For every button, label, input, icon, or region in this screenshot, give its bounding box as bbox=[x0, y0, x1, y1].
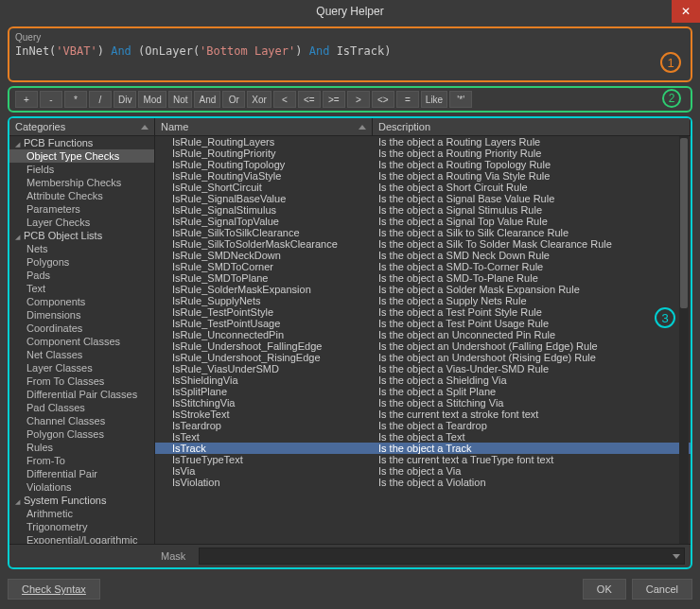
function-row[interactable]: IsRule_TestPointUsageIs the object a Tes… bbox=[155, 318, 691, 329]
function-row[interactable]: IsViaIs the object a Via bbox=[155, 465, 691, 477]
category-item[interactable]: Membership Checks bbox=[9, 176, 154, 189]
cancel-button[interactable]: Cancel bbox=[632, 579, 692, 600]
function-row[interactable]: IsTeardropIs the object a Teardrop bbox=[155, 420, 691, 431]
scrollbar[interactable] bbox=[679, 136, 689, 544]
operator-button-x[interactable]: - bbox=[40, 91, 62, 108]
operator-button-x[interactable]: = bbox=[396, 91, 419, 108]
operator-button-xx[interactable]: <> bbox=[372, 91, 394, 108]
category-item[interactable]: Components bbox=[9, 295, 154, 308]
category-item[interactable]: Trigonometry bbox=[9, 520, 154, 533]
ok-button[interactable]: OK bbox=[583, 579, 626, 600]
operator-button-x[interactable]: * bbox=[64, 91, 87, 108]
category-item[interactable]: Rules bbox=[9, 441, 154, 454]
function-row[interactable]: IsRule_ViasUnderSMDIs the object a Vias-… bbox=[155, 363, 691, 374]
function-row[interactable]: IsRule_SupplyNetsIs the object a Supply … bbox=[155, 295, 691, 306]
operator-button-x[interactable]: > bbox=[347, 91, 370, 108]
function-row[interactable]: IsTrackIs the object a Track bbox=[155, 443, 691, 454]
function-row[interactable]: IsRule_SilkToSolderMaskClearanceIs the o… bbox=[155, 238, 691, 250]
operator-button-x[interactable]: / bbox=[89, 91, 112, 108]
operator-button-x[interactable]: < bbox=[273, 91, 296, 108]
category-item[interactable]: System Functions bbox=[9, 494, 154, 507]
function-row[interactable]: IsTextIs the object a Text bbox=[155, 431, 691, 443]
function-row[interactable]: IsRule_Undershoot_RisingEdgeIs the objec… bbox=[155, 352, 691, 363]
annotation-badge-3: 3 bbox=[655, 307, 675, 328]
operator-button-Div[interactable]: Div bbox=[114, 91, 136, 108]
category-item[interactable]: Layer Checks bbox=[9, 216, 154, 229]
function-row[interactable]: IsRule_SilkToSilkClearanceIs the object … bbox=[155, 227, 691, 238]
function-row[interactable]: IsRule_SignalTopValueIs the object a Sig… bbox=[155, 216, 691, 227]
category-item[interactable]: Attribute Checks bbox=[9, 189, 154, 202]
function-row[interactable]: IsRule_UnconnectedPinIs the object an Un… bbox=[155, 329, 691, 340]
category-item[interactable]: Dimensions bbox=[9, 308, 154, 322]
function-row[interactable]: IsStitchingViaIs the object a Stitching … bbox=[155, 397, 691, 409]
category-item[interactable]: Object Type Checks bbox=[9, 149, 154, 163]
header-categories[interactable]: Categories bbox=[9, 118, 155, 135]
category-item[interactable]: From-To bbox=[9, 454, 154, 467]
category-item[interactable]: Component Classes bbox=[9, 335, 154, 348]
function-row[interactable]: IsRule_RoutingLayersIs the object a Rout… bbox=[155, 136, 691, 148]
operator-button-x[interactable]: + bbox=[15, 91, 38, 108]
function-name: IsRule_SignalBaseValue bbox=[155, 193, 373, 204]
operator-button-xx[interactable]: >= bbox=[323, 91, 345, 108]
function-row[interactable]: IsRule_SignalBaseValueIs the object a Si… bbox=[155, 193, 691, 204]
category-item[interactable]: Polygons bbox=[9, 255, 154, 269]
category-item[interactable]: Layer Classes bbox=[9, 361, 154, 374]
category-item[interactable]: From To Classes bbox=[9, 374, 154, 388]
operator-button-Mod[interactable]: Mod bbox=[138, 91, 166, 108]
annotation-badge-2: 2 bbox=[662, 89, 681, 108]
query-editor[interactable]: InNet('VBAT') And (OnLayer('Bottom Layer… bbox=[15, 44, 685, 75]
categories-panel[interactable]: PCB FunctionsObject Type ChecksFieldsMem… bbox=[9, 136, 155, 544]
operator-button-xxx[interactable]: '*' bbox=[449, 91, 472, 108]
category-item[interactable]: Net Classes bbox=[9, 348, 154, 361]
function-row[interactable]: IsStrokeTextIs the current text a stroke… bbox=[155, 409, 691, 420]
operator-button-And[interactable]: And bbox=[194, 91, 220, 108]
category-item[interactable]: Pads bbox=[9, 269, 154, 282]
operator-button-Not[interactable]: Not bbox=[168, 91, 193, 108]
function-name: IsRule_SignalTopValue bbox=[155, 216, 373, 227]
category-item[interactable]: Differential Pair bbox=[9, 467, 154, 480]
category-item[interactable]: Exponential/Logarithmic bbox=[9, 533, 154, 544]
function-row[interactable]: IsRule_ShortCircuitIs the object a Short… bbox=[155, 182, 691, 193]
function-row[interactable]: IsRule_SignalStimulusIs the object a Sig… bbox=[155, 204, 691, 216]
function-desc: Is the object a Test Point Style Rule bbox=[373, 306, 691, 318]
function-row[interactable]: IsTrueTypeTextIs the current text a True… bbox=[155, 454, 691, 465]
close-button[interactable]: ✕ bbox=[672, 0, 700, 23]
function-row[interactable]: IsRule_RoutingViaStyleIs the object a Ro… bbox=[155, 170, 691, 182]
category-item[interactable]: Pad Classes bbox=[9, 401, 154, 414]
category-item[interactable]: Text bbox=[9, 282, 154, 295]
function-row[interactable]: IsSplitPlaneIs the object a Split Plane bbox=[155, 386, 691, 397]
function-desc: Is the object a Test Point Usage Rule bbox=[373, 318, 691, 329]
check-syntax-button[interactable]: Check Syntax bbox=[8, 579, 100, 600]
function-row[interactable]: IsRule_TestPointStyleIs the object a Tes… bbox=[155, 306, 691, 318]
function-row[interactable]: IsRule_SMDToPlaneIs the object a SMD-To-… bbox=[155, 272, 691, 284]
category-item[interactable]: Arithmetic bbox=[9, 507, 154, 520]
function-row[interactable]: IsViolationIs the object a Violation bbox=[155, 477, 691, 488]
category-item[interactable]: Parameters bbox=[9, 202, 154, 216]
category-item[interactable]: Coordinates bbox=[9, 322, 154, 335]
category-item[interactable]: Nets bbox=[9, 242, 154, 255]
function-row[interactable]: IsRule_RoutingTopologyIs the object a Ro… bbox=[155, 159, 691, 170]
header-name[interactable]: Name bbox=[155, 118, 373, 135]
operator-button-Xor[interactable]: Xor bbox=[247, 91, 271, 108]
category-item[interactable]: Polygon Classes bbox=[9, 427, 154, 441]
category-item[interactable]: Fields bbox=[9, 163, 154, 176]
function-row[interactable]: IsRule_SolderMaskExpansionIs the object … bbox=[155, 284, 691, 295]
category-item[interactable]: Violations bbox=[9, 480, 154, 494]
function-list[interactable]: IsRule_RoutingLayersIs the object a Rout… bbox=[155, 136, 691, 544]
operator-button-Or[interactable]: Or bbox=[222, 91, 245, 108]
operator-button-xx[interactable]: <= bbox=[298, 91, 321, 108]
operator-button-Like[interactable]: Like bbox=[421, 91, 447, 108]
scrollbar-thumb[interactable] bbox=[680, 138, 688, 308]
category-item[interactable]: PCB Object Lists bbox=[9, 229, 154, 242]
function-row[interactable]: IsRule_Undershoot_FallingEdgeIs the obje… bbox=[155, 340, 691, 352]
function-row[interactable]: IsRule_SMDToCornerIs the object a SMD-To… bbox=[155, 261, 691, 272]
function-desc: Is the object an Undershoot (Rising Edge… bbox=[373, 352, 691, 363]
category-item[interactable]: PCB Functions bbox=[9, 136, 154, 149]
category-item[interactable]: Channel Classes bbox=[9, 414, 154, 427]
function-row[interactable]: IsRule_SMDNeckDownIs the object a SMD Ne… bbox=[155, 250, 691, 261]
function-row[interactable]: IsRule_RoutingPriorityIs the object a Ro… bbox=[155, 148, 691, 159]
header-description[interactable]: Description bbox=[373, 118, 691, 135]
function-row[interactable]: IsShieldingViaIs the object a Shielding … bbox=[155, 374, 691, 386]
category-item[interactable]: Differential Pair Classes bbox=[9, 388, 154, 401]
mask-dropdown[interactable] bbox=[199, 548, 685, 565]
